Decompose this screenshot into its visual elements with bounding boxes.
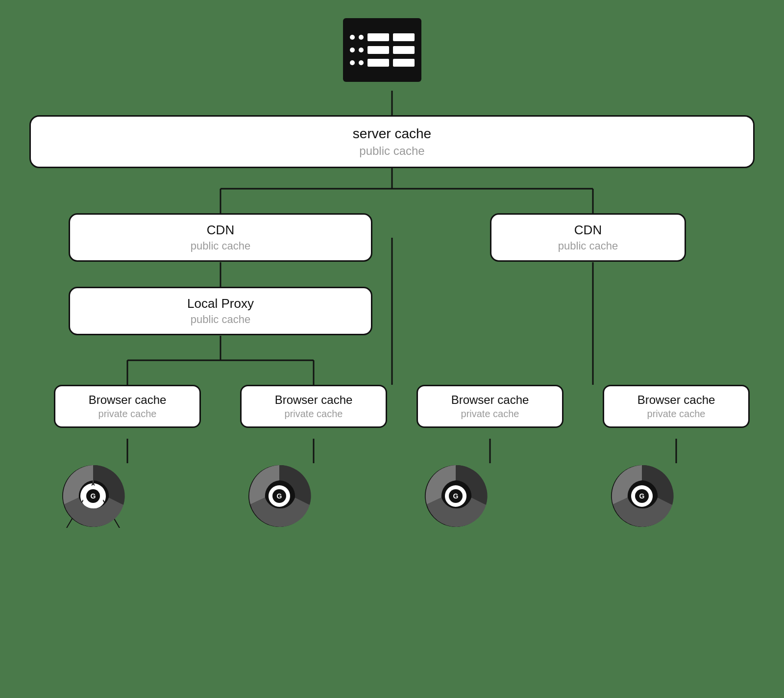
server-icon — [343, 18, 441, 82]
chrome-icon-4: G — [610, 464, 674, 530]
browser-cache-3: Browser cache private cache — [416, 385, 564, 428]
local-proxy-box: Local Proxy public cache — [69, 287, 372, 335]
svg-text:G: G — [277, 492, 282, 500]
svg-text:G: G — [453, 492, 459, 500]
cdn-right-box: CDN public cache — [490, 213, 686, 262]
cdn-left-box: CDN public cache — [69, 213, 372, 262]
chrome-icon-1: G — [61, 464, 125, 530]
browser-cache-2: Browser cache private cache — [240, 385, 387, 428]
chrome-icon-2: G — [247, 464, 311, 530]
diagram: server cache public cache CDN public cac… — [29, 18, 755, 680]
svg-text:G: G — [639, 492, 645, 500]
svg-text:G: G — [91, 492, 96, 500]
browser-cache-4: Browser cache private cache — [603, 385, 750, 428]
chrome-icon-3: G — [424, 464, 488, 530]
browser-cache-1: Browser cache private cache — [54, 385, 201, 428]
server-cache-box: server cache public cache — [29, 115, 755, 168]
